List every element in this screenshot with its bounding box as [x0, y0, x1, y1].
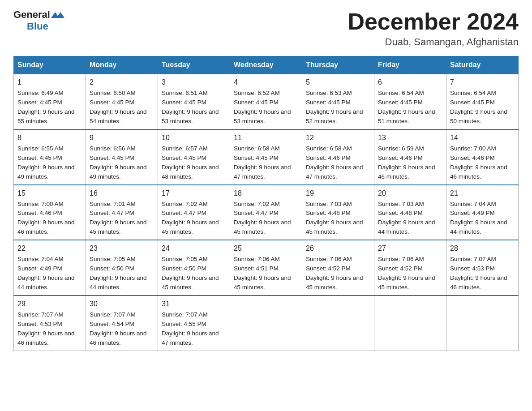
calendar-week-row: 1 Sunrise: 6:49 AMSunset: 4:45 PMDayligh…	[14, 74, 519, 129]
table-row: 28 Sunrise: 7:07 AMSunset: 4:53 PMDaylig…	[446, 240, 519, 295]
day-number: 20	[378, 188, 442, 199]
day-number: 22	[17, 243, 82, 254]
day-number: 21	[450, 188, 515, 199]
day-number: 5	[306, 77, 370, 88]
day-number: 6	[378, 77, 442, 88]
table-row: 29 Sunrise: 7:07 AMSunset: 4:53 PMDaylig…	[14, 295, 86, 351]
calendar-week-row: 15 Sunrise: 7:00 AMSunset: 4:46 PMDaylig…	[14, 185, 519, 240]
table-row: 8 Sunrise: 6:55 AMSunset: 4:45 PMDayligh…	[14, 129, 86, 185]
table-row: 26 Sunrise: 7:06 AMSunset: 4:52 PMDaylig…	[302, 240, 374, 295]
title-area: December 2024 Duab, Samangan, Afghanista…	[348, 9, 519, 48]
table-row: 10 Sunrise: 6:57 AMSunset: 4:45 PMDaylig…	[158, 129, 230, 185]
table-row: 25 Sunrise: 7:06 AMSunset: 4:51 PMDaylig…	[230, 240, 302, 295]
day-info: Sunrise: 7:06 AMSunset: 4:52 PMDaylight:…	[378, 256, 435, 291]
table-row: 2 Sunrise: 6:50 AMSunset: 4:45 PMDayligh…	[86, 74, 158, 129]
day-number: 28	[450, 243, 515, 254]
table-row: 15 Sunrise: 7:00 AMSunset: 4:46 PMDaylig…	[14, 185, 86, 240]
day-number: 7	[450, 77, 515, 88]
day-info: Sunrise: 6:55 AMSunset: 4:45 PMDaylight:…	[17, 145, 75, 180]
table-row: 6 Sunrise: 6:54 AMSunset: 4:45 PMDayligh…	[374, 74, 446, 129]
day-info: Sunrise: 7:00 AMSunset: 4:46 PMDaylight:…	[17, 201, 75, 235]
calendar-week-row: 8 Sunrise: 6:55 AMSunset: 4:45 PMDayligh…	[14, 129, 519, 185]
header-thursday: Thursday	[302, 56, 374, 74]
header-monday: Monday	[86, 56, 158, 74]
table-row: 21 Sunrise: 7:04 AMSunset: 4:49 PMDaylig…	[446, 185, 519, 240]
day-number: 12	[306, 133, 370, 143]
table-row: 19 Sunrise: 7:03 AMSunset: 4:48 PMDaylig…	[302, 185, 374, 240]
day-number: 16	[90, 188, 154, 199]
day-info: Sunrise: 6:49 AMSunset: 4:45 PMDaylight:…	[17, 90, 75, 124]
day-info: Sunrise: 7:06 AMSunset: 4:52 PMDaylight:…	[306, 256, 363, 291]
logo-blue-text: Blue	[27, 21, 48, 32]
header-saturday: Saturday	[446, 56, 519, 74]
table-row: 30 Sunrise: 7:07 AMSunset: 4:54 PMDaylig…	[86, 295, 158, 351]
day-number: 4	[234, 77, 298, 88]
day-info: Sunrise: 7:06 AMSunset: 4:51 PMDaylight:…	[234, 256, 291, 291]
day-info: Sunrise: 6:50 AMSunset: 4:45 PMDaylight:…	[90, 90, 147, 124]
calendar-header-row: Sunday Monday Tuesday Wednesday Thursday…	[14, 56, 519, 74]
table-row: 31 Sunrise: 7:07 AMSunset: 4:55 PMDaylig…	[158, 295, 230, 351]
header-tuesday: Tuesday	[158, 56, 230, 74]
day-info: Sunrise: 7:05 AMSunset: 4:50 PMDaylight:…	[90, 256, 147, 291]
day-number: 31	[162, 299, 226, 309]
table-row: 11 Sunrise: 6:58 AMSunset: 4:45 PMDaylig…	[230, 129, 302, 185]
day-number: 2	[90, 77, 154, 88]
day-number: 26	[306, 243, 370, 254]
logo: General Blue	[13, 9, 65, 32]
day-number: 25	[234, 243, 298, 254]
day-info: Sunrise: 7:07 AMSunset: 4:55 PMDaylight:…	[162, 311, 219, 346]
calendar-week-row: 22 Sunrise: 7:04 AMSunset: 4:49 PMDaylig…	[14, 240, 519, 295]
day-number: 17	[162, 188, 226, 199]
day-number: 1	[17, 77, 82, 88]
day-info: Sunrise: 7:02 AMSunset: 4:47 PMDaylight:…	[162, 201, 219, 235]
day-info: Sunrise: 6:53 AMSunset: 4:45 PMDaylight:…	[306, 90, 363, 124]
day-info: Sunrise: 7:04 AMSunset: 4:49 PMDaylight:…	[17, 256, 75, 291]
day-number: 19	[306, 188, 370, 199]
day-info: Sunrise: 6:58 AMSunset: 4:46 PMDaylight:…	[306, 145, 363, 180]
day-info: Sunrise: 6:54 AMSunset: 4:45 PMDaylight:…	[378, 90, 435, 124]
table-row: 9 Sunrise: 6:56 AMSunset: 4:45 PMDayligh…	[86, 129, 158, 185]
table-row	[302, 295, 374, 351]
table-row	[446, 295, 519, 351]
day-info: Sunrise: 6:58 AMSunset: 4:45 PMDaylight:…	[234, 145, 291, 180]
table-row: 24 Sunrise: 7:05 AMSunset: 4:50 PMDaylig…	[158, 240, 230, 295]
day-number: 8	[17, 133, 82, 143]
day-number: 23	[90, 243, 154, 254]
day-info: Sunrise: 7:03 AMSunset: 4:48 PMDaylight:…	[378, 201, 435, 235]
day-info: Sunrise: 7:00 AMSunset: 4:46 PMDaylight:…	[450, 145, 507, 180]
table-row: 16 Sunrise: 7:01 AMSunset: 4:47 PMDaylig…	[86, 185, 158, 240]
table-row: 20 Sunrise: 7:03 AMSunset: 4:48 PMDaylig…	[374, 185, 446, 240]
table-row: 27 Sunrise: 7:06 AMSunset: 4:52 PMDaylig…	[374, 240, 446, 295]
day-number: 10	[162, 133, 226, 143]
table-row: 12 Sunrise: 6:58 AMSunset: 4:46 PMDaylig…	[302, 129, 374, 185]
table-row: 14 Sunrise: 7:00 AMSunset: 4:46 PMDaylig…	[446, 129, 519, 185]
header-wednesday: Wednesday	[230, 56, 302, 74]
day-number: 18	[234, 188, 298, 199]
day-info: Sunrise: 6:56 AMSunset: 4:45 PMDaylight:…	[90, 145, 147, 180]
table-row: 4 Sunrise: 6:52 AMSunset: 4:45 PMDayligh…	[230, 74, 302, 129]
logo-general-text: General	[13, 9, 50, 21]
table-row: 3 Sunrise: 6:51 AMSunset: 4:45 PMDayligh…	[158, 74, 230, 129]
day-info: Sunrise: 6:51 AMSunset: 4:45 PMDaylight:…	[162, 90, 219, 124]
day-info: Sunrise: 7:01 AMSunset: 4:47 PMDaylight:…	[90, 201, 147, 235]
table-row: 7 Sunrise: 6:54 AMSunset: 4:45 PMDayligh…	[446, 74, 519, 129]
header: General Blue December 2024 Duab, Samanga…	[13, 9, 519, 48]
day-number: 30	[90, 299, 154, 309]
day-info: Sunrise: 7:05 AMSunset: 4:50 PMDaylight:…	[162, 256, 219, 291]
day-info: Sunrise: 6:57 AMSunset: 4:45 PMDaylight:…	[162, 145, 219, 180]
month-title: December 2024	[348, 9, 519, 34]
table-row	[374, 295, 446, 351]
day-info: Sunrise: 7:07 AMSunset: 4:53 PMDaylight:…	[17, 311, 75, 346]
day-number: 15	[17, 188, 82, 199]
table-row	[230, 295, 302, 351]
header-sunday: Sunday	[14, 56, 86, 74]
day-number: 24	[162, 243, 226, 254]
day-number: 14	[450, 133, 515, 143]
calendar-week-row: 29 Sunrise: 7:07 AMSunset: 4:53 PMDaylig…	[14, 295, 519, 351]
table-row: 1 Sunrise: 6:49 AMSunset: 4:45 PMDayligh…	[14, 74, 86, 129]
day-number: 3	[162, 77, 226, 88]
table-row: 23 Sunrise: 7:05 AMSunset: 4:50 PMDaylig…	[86, 240, 158, 295]
day-number: 9	[90, 133, 154, 143]
table-row: 18 Sunrise: 7:02 AMSunset: 4:47 PMDaylig…	[230, 185, 302, 240]
day-number: 29	[17, 299, 82, 309]
